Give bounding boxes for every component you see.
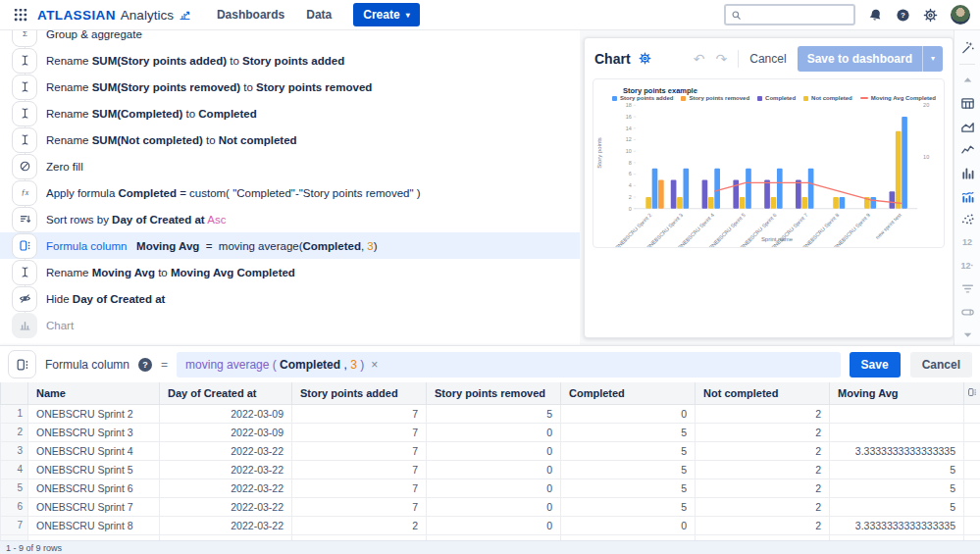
charttype-funnel-chart-icon[interactable] xyxy=(955,278,979,299)
charttype-bar-chart-icon[interactable] xyxy=(955,163,979,183)
create-button[interactable]: Create ▾ xyxy=(353,3,419,26)
formula-expression-input[interactable]: moving average ( Completed , 3 )× xyxy=(177,352,841,378)
svg-text:10: 10 xyxy=(923,154,929,160)
charttype-combo-chart-icon[interactable] xyxy=(955,186,979,207)
charttype-single-value[interactable]: 12 xyxy=(955,232,979,253)
table-cell: 3.3333333333333335 xyxy=(830,441,964,460)
brand-product: Analytics xyxy=(121,8,174,23)
query-step-apply-formula-completed[interactable]: ƒxApply formula Completed = custom( "Com… xyxy=(0,179,580,206)
table-row: 2ONEBSCRU Sprint 32022-03-097052 xyxy=(1,423,980,441)
row-number-cell: 2 xyxy=(1,423,28,441)
row-number-cell: 5 xyxy=(1,478,28,497)
query-step-rename-sum-story-points-added[interactable]: Rename SUM(Story points added) to Story … xyxy=(0,47,580,74)
table-cell: 0 xyxy=(427,516,561,534)
chart-settings-gear-icon[interactable] xyxy=(639,52,651,65)
table-cell: ONEBSCRU Sprint 5 xyxy=(28,460,160,478)
svg-text:2: 2 xyxy=(629,194,632,200)
svg-text:0: 0 xyxy=(629,206,632,212)
nav-data[interactable]: Data xyxy=(306,8,332,22)
formula-save-button[interactable]: Save xyxy=(850,352,901,378)
charttype-table-chart-icon[interactable] xyxy=(955,93,979,114)
table-cell: 7 xyxy=(292,460,427,478)
table-cell: 0 xyxy=(427,460,561,478)
ibeam-icon xyxy=(12,48,37,74)
charttype-area-chart-icon[interactable] xyxy=(955,117,979,137)
column-header-name: Name xyxy=(28,382,160,404)
group-icon: Σ xyxy=(12,30,37,47)
chart-card-title: Chart xyxy=(594,51,631,67)
table-cell: ONEBSCRU Sprint 4 xyxy=(28,441,160,460)
query-steps-list: ΣGroup & aggregateRename SUM(Story point… xyxy=(0,30,580,338)
query-step-rename-moving-avg[interactable]: Rename Moving Avg to Moving Avg Complete… xyxy=(0,259,580,285)
table-cell: 2022-03-09 xyxy=(160,404,292,423)
charttype-magic-wand-icon[interactable] xyxy=(955,37,979,58)
query-step-formula-column-moving-avg[interactable]: Formula column Moving Avg = moving avera… xyxy=(0,232,580,259)
ibeam-icon xyxy=(12,127,37,153)
chart-canvas: Story points example Story points addedS… xyxy=(593,78,945,248)
query-step-hide-day-of-created-at[interactable]: Hide Day of Created at xyxy=(0,285,580,312)
help-icon[interactable]: ? xyxy=(896,8,910,23)
redo-icon[interactable]: ↷ xyxy=(716,52,728,66)
query-step-text: Formula column Moving Avg = moving avera… xyxy=(46,240,378,252)
svg-text:20: 20 xyxy=(923,102,929,108)
search-input[interactable] xyxy=(746,9,849,21)
query-step-rename-sum-completed[interactable]: Rename SUM(Completed) to Completed xyxy=(0,100,580,126)
query-step-zero-fill[interactable]: Zero fill xyxy=(0,153,580,179)
query-step-rename-sum-not-completed[interactable]: Rename SUM(Not completed) to Not complet… xyxy=(0,126,580,153)
formula-help-icon[interactable]: ? xyxy=(138,358,152,372)
notifications-bell-icon[interactable] xyxy=(867,6,884,23)
svg-text:8: 8 xyxy=(629,160,632,166)
query-step-sort-rows[interactable]: Sort rows by Day of Created at Asc xyxy=(0,206,580,232)
search-box[interactable] xyxy=(724,4,855,25)
table-cell xyxy=(964,497,980,516)
svg-text:18: 18 xyxy=(626,102,632,108)
ibeam-icon xyxy=(12,75,37,100)
nav-dashboards[interactable]: Dashboards xyxy=(217,8,284,22)
query-step-text: Apply formula Completed = custom( "Compl… xyxy=(46,187,421,199)
save-options-chevron-icon[interactable]: ▾ xyxy=(923,46,943,72)
table-cell: 2022-03-22 xyxy=(160,478,292,497)
formula-cancel-button[interactable]: Cancel xyxy=(910,352,972,378)
save-to-dashboard-button[interactable]: Save to dashboard xyxy=(798,46,923,72)
chart-cancel-button[interactable]: Cancel xyxy=(749,52,786,66)
brand-name: ATLASSIAN xyxy=(37,8,116,23)
settings-gear-icon[interactable] xyxy=(923,8,938,23)
charttype-scatter-chart-icon[interactable] xyxy=(955,209,979,229)
table-cell: 7 xyxy=(292,404,427,423)
charttype-chevron-down-icon[interactable] xyxy=(955,325,979,345)
row-number-cell: 4 xyxy=(1,460,28,478)
charttype-line-chart-icon[interactable] xyxy=(955,139,979,160)
row-number-cell: 3 xyxy=(1,441,28,460)
undo-icon[interactable]: ↶ xyxy=(694,52,705,66)
formula-editor-bar: Formula column ? = moving average ( Comp… xyxy=(0,345,980,382)
query-step-rename-sum-story-points-removed[interactable]: Rename SUM(Story points removed) to Stor… xyxy=(0,74,580,100)
table-cell xyxy=(964,478,980,497)
table-row: 5ONEBSCRU Sprint 62022-03-2270525 xyxy=(1,478,980,497)
table-cell: 0 xyxy=(427,478,561,497)
save-to-dashboard-split-button[interactable]: Save to dashboard ▾ xyxy=(798,46,943,72)
table-cell: 7 xyxy=(292,423,427,441)
table-cell: ONEBSCRU Sprint 6 xyxy=(28,478,160,497)
charttype-multi-value[interactable]: 12· xyxy=(955,256,979,277)
app-switcher-icon[interactable] xyxy=(10,4,31,25)
table-cell: 2 xyxy=(696,404,830,423)
sort-icon xyxy=(12,207,37,232)
table-cell: 2 xyxy=(696,516,830,534)
table-cell: 0 xyxy=(561,404,696,423)
row-count-label: 1 - 9 of 9 rows xyxy=(6,543,62,553)
formula-column-icon xyxy=(8,350,36,378)
charttype-bullet-chart-icon[interactable] xyxy=(955,302,979,323)
query-step-chart-step[interactable]: Chart xyxy=(0,312,580,338)
user-avatar[interactable] xyxy=(951,5,970,25)
query-step-group-aggregate[interactable]: ΣGroup & aggregate xyxy=(0,30,580,47)
remove-formula-icon[interactable]: × xyxy=(371,358,378,372)
column-header-day-of-created-at: Day of Created at xyxy=(160,382,292,404)
table-cell: 2 xyxy=(696,441,830,460)
chevron-down-icon: ▾ xyxy=(406,11,410,20)
fcol-icon xyxy=(12,233,37,259)
brand-logo[interactable]: ATLASSIAN Analytics xyxy=(37,8,191,23)
results-table: NameDay of Created atStory points addedS… xyxy=(0,382,980,540)
charttype-chevron-up-icon[interactable] xyxy=(955,71,979,91)
equals-sign: = xyxy=(161,358,168,372)
column-header-completed: Completed xyxy=(561,382,696,404)
